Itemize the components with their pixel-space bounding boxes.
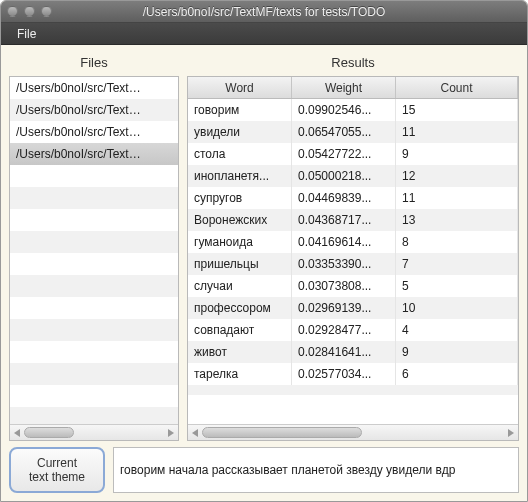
current-theme-button[interactable]: Current text theme [9,447,105,493]
col-word[interactable]: Word [188,77,292,98]
cell-weight: 0.09902546... [292,99,396,121]
cell-count: 7 [396,253,518,275]
table-row[interactable]: живот0.02841641...9 [188,341,518,363]
file-row[interactable]: /Users/b0noI/src/Text… [10,77,178,99]
cell-weight: 0.05427722... [292,143,396,165]
cell-word: профессором [188,297,292,319]
file-row-empty [10,275,178,297]
file-row-empty [10,187,178,209]
file-row-empty [10,209,178,231]
results-hscrollbar[interactable] [188,424,518,440]
cell-word: тарелка [188,363,292,385]
cell-word: говорим [188,99,292,121]
theme-output-text: говорим начала рассказывает планетой зве… [120,463,455,477]
menubar: File [1,23,527,45]
cell-weight: 0.02928477... [292,319,396,341]
file-row-empty [10,407,178,424]
cell-count: 5 [396,275,518,297]
table-row[interactable]: случаи0.03073808...5 [188,275,518,297]
cell-count: 11 [396,187,518,209]
cell-word: пришельцы [188,253,292,275]
content: Files /Users/b0noI/src/Text…/Users/b0noI… [1,45,527,501]
cell-count: 6 [396,363,518,385]
cell-weight: 0.04469839... [292,187,396,209]
cell-weight: 0.02841641... [292,341,396,363]
table-row[interactable]: тарелка0.02577034...6 [188,363,518,385]
cell-word: Воронежских [188,209,292,231]
results-header: Results [187,53,519,76]
cell-word: супругов [188,187,292,209]
cell-word: живот [188,341,292,363]
panels: Files /Users/b0noI/src/Text…/Users/b0noI… [9,53,519,441]
window-title: /Users/b0noI/src/TextMF/texts for tests/… [1,5,527,19]
table-row[interactable]: пришельцы0.03353390...7 [188,253,518,275]
cell-count: 9 [396,143,518,165]
cell-count: 8 [396,231,518,253]
cell-word: увидели [188,121,292,143]
cell-word: совпадают [188,319,292,341]
cell-weight: 0.04368717... [292,209,396,231]
table-row[interactable]: стола0.05427722...9 [188,143,518,165]
cell-weight: 0.02969139... [292,297,396,319]
cell-weight: 0.04169614... [292,231,396,253]
file-row-empty [10,297,178,319]
results-panel: Results Word Weight Count говорим0.09902… [187,53,519,441]
files-list: /Users/b0noI/src/Text…/Users/b0noI/src/T… [9,76,179,441]
results-table: Word Weight Count говорим0.09902546...15… [187,76,519,441]
table-row[interactable]: супругов0.04469839...11 [188,187,518,209]
files-header: Files [9,53,179,76]
files-list-body[interactable]: /Users/b0noI/src/Text…/Users/b0noI/src/T… [10,77,178,424]
window-controls [7,6,52,17]
file-row-empty [10,341,178,363]
cell-weight: 0.05000218... [292,165,396,187]
cell-count: 4 [396,319,518,341]
file-row[interactable]: /Users/b0noI/src/Text… [10,99,178,121]
file-row-empty [10,385,178,407]
cell-weight: 0.06547055... [292,121,396,143]
menu-file[interactable]: File [9,25,44,43]
table-row[interactable]: гуманоида0.04169614...8 [188,231,518,253]
results-body[interactable]: говорим0.09902546...15увидели0.06547055.… [188,99,518,424]
table-row[interactable]: инопланетя...0.05000218...12 [188,165,518,187]
file-row-empty [10,231,178,253]
cell-count: 9 [396,341,518,363]
cell-word: инопланетя... [188,165,292,187]
col-weight[interactable]: Weight [292,77,396,98]
cell-weight: 0.03073808... [292,275,396,297]
table-row[interactable]: совпадают0.02928477...4 [188,319,518,341]
file-row-empty [10,253,178,275]
cell-word: случаи [188,275,292,297]
cell-weight: 0.03353390... [292,253,396,275]
bottom-bar: Current text theme говорим начала расска… [9,447,519,493]
col-count[interactable]: Count [396,77,518,98]
cell-count: 12 [396,165,518,187]
table-row[interactable]: Воронежских0.04368717...13 [188,209,518,231]
files-panel: Files /Users/b0noI/src/Text…/Users/b0noI… [9,53,179,441]
file-row[interactable]: /Users/b0noI/src/Text… [10,121,178,143]
files-hscrollbar[interactable] [10,424,178,440]
file-row[interactable]: /Users/b0noI/src/Text… [10,143,178,165]
cell-count: 15 [396,99,518,121]
cell-word: стола [188,143,292,165]
cell-word: гуманоида [188,231,292,253]
titlebar: /Users/b0noI/src/TextMF/texts for tests/… [1,1,527,23]
cell-count: 10 [396,297,518,319]
table-row[interactable] [188,385,518,395]
results-columns: Word Weight Count [188,77,518,99]
theme-output: говорим начала рассказывает планетой зве… [113,447,519,493]
file-row-empty [10,363,178,385]
cell-count: 13 [396,209,518,231]
cell-count: 11 [396,121,518,143]
table-row[interactable]: говорим0.09902546...15 [188,99,518,121]
file-row-empty [10,319,178,341]
cell-weight: 0.02577034... [292,363,396,385]
minimize-icon[interactable] [24,6,35,17]
zoom-icon[interactable] [41,6,52,17]
close-icon[interactable] [7,6,18,17]
file-row-empty [10,165,178,187]
button-label: Current text theme [29,456,85,484]
table-row[interactable]: увидели0.06547055...11 [188,121,518,143]
table-row[interactable]: профессором0.02969139...10 [188,297,518,319]
app-window: /Users/b0noI/src/TextMF/texts for tests/… [0,0,528,502]
